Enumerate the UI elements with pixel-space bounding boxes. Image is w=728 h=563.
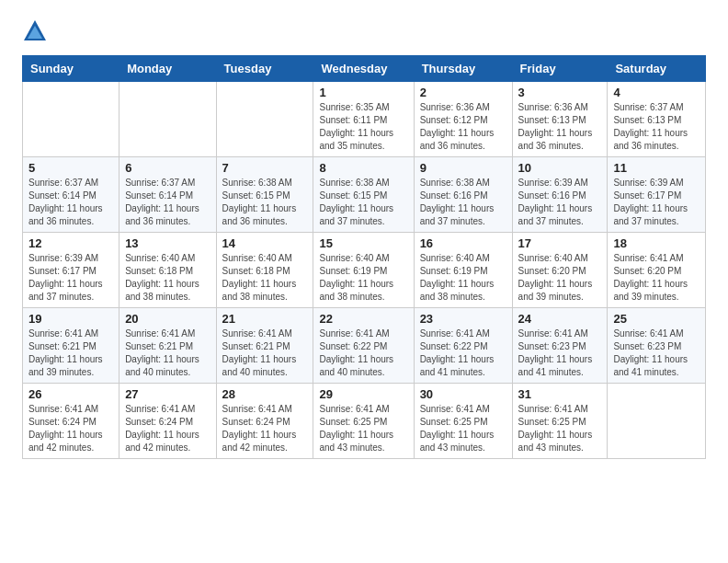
day-number: 9 (420, 161, 506, 175)
week-row-5: 26Sunrise: 6:41 AM Sunset: 6:24 PM Dayli… (23, 384, 706, 459)
day-number: 30 (420, 387, 506, 401)
day-cell-11: 11Sunrise: 6:39 AM Sunset: 6:17 PM Dayli… (608, 157, 706, 233)
day-number: 21 (222, 312, 308, 326)
day-info: Sunrise: 6:41 AM Sunset: 6:20 PM Dayligh… (613, 252, 700, 304)
day-number: 22 (319, 312, 407, 326)
day-number: 1 (319, 86, 407, 99)
day-number: 13 (125, 236, 210, 250)
day-info: Sunrise: 6:39 AM Sunset: 6:17 PM Dayligh… (613, 177, 700, 228)
weekday-header-friday: Friday (512, 56, 608, 82)
day-cell-25: 25Sunrise: 6:41 AM Sunset: 6:23 PM Dayli… (608, 308, 706, 384)
day-cell-14: 14Sunrise: 6:40 AM Sunset: 6:18 PM Dayli… (216, 233, 313, 308)
day-info: Sunrise: 6:41 AM Sunset: 6:24 PM Dayligh… (222, 403, 308, 454)
day-info: Sunrise: 6:36 AM Sunset: 6:13 PM Dayligh… (518, 101, 602, 153)
day-info: Sunrise: 6:38 AM Sunset: 6:15 PM Dayligh… (222, 177, 308, 228)
day-number: 23 (420, 312, 506, 326)
day-cell-6: 6Sunrise: 6:37 AM Sunset: 6:14 PM Daylig… (119, 157, 216, 233)
day-number: 10 (518, 161, 602, 175)
day-info: Sunrise: 6:36 AM Sunset: 6:12 PM Dayligh… (420, 101, 506, 153)
day-number: 28 (222, 387, 308, 401)
day-cell-30: 30Sunrise: 6:41 AM Sunset: 6:25 PM Dayli… (414, 384, 512, 459)
day-cell-3: 3Sunrise: 6:36 AM Sunset: 6:13 PM Daylig… (512, 82, 608, 157)
day-info: Sunrise: 6:41 AM Sunset: 6:21 PM Dayligh… (125, 327, 210, 379)
day-info: Sunrise: 6:38 AM Sunset: 6:16 PM Dayligh… (420, 177, 506, 228)
day-cell-20: 20Sunrise: 6:41 AM Sunset: 6:21 PM Dayli… (119, 308, 216, 384)
day-cell-2: 2Sunrise: 6:36 AM Sunset: 6:12 PM Daylig… (414, 82, 512, 157)
day-number: 8 (319, 161, 407, 175)
day-info: Sunrise: 6:41 AM Sunset: 6:21 PM Dayligh… (28, 327, 113, 379)
week-row-2: 5Sunrise: 6:37 AM Sunset: 6:14 PM Daylig… (23, 157, 706, 233)
day-info: Sunrise: 6:41 AM Sunset: 6:24 PM Dayligh… (28, 403, 113, 454)
day-cell-16: 16Sunrise: 6:40 AM Sunset: 6:19 PM Dayli… (414, 233, 512, 308)
day-cell-15: 15Sunrise: 6:40 AM Sunset: 6:19 PM Dayli… (313, 233, 414, 308)
day-info: Sunrise: 6:37 AM Sunset: 6:13 PM Dayligh… (613, 101, 700, 153)
week-row-1: 1Sunrise: 6:35 AM Sunset: 6:11 PM Daylig… (23, 82, 706, 157)
day-number: 3 (518, 86, 602, 99)
day-cell-8: 8Sunrise: 6:38 AM Sunset: 6:15 PM Daylig… (313, 157, 414, 233)
weekday-header-tuesday: Tuesday (216, 56, 313, 82)
day-cell-10: 10Sunrise: 6:39 AM Sunset: 6:16 PM Dayli… (512, 157, 608, 233)
day-cell-19: 19Sunrise: 6:41 AM Sunset: 6:21 PM Dayli… (23, 308, 119, 384)
day-number: 11 (613, 161, 700, 175)
day-cell-4: 4Sunrise: 6:37 AM Sunset: 6:13 PM Daylig… (608, 82, 706, 157)
day-number: 5 (28, 161, 113, 175)
day-number: 4 (613, 86, 700, 99)
day-number: 19 (28, 312, 113, 326)
day-number: 12 (28, 236, 113, 250)
day-cell-9: 9Sunrise: 6:38 AM Sunset: 6:16 PM Daylig… (414, 157, 512, 233)
day-info: Sunrise: 6:41 AM Sunset: 6:24 PM Dayligh… (125, 403, 210, 454)
day-number: 24 (518, 312, 602, 326)
day-cell-24: 24Sunrise: 6:41 AM Sunset: 6:23 PM Dayli… (512, 308, 608, 384)
day-number: 14 (222, 236, 308, 250)
header (22, 18, 706, 44)
day-cell-27: 27Sunrise: 6:41 AM Sunset: 6:24 PM Dayli… (119, 384, 216, 459)
weekday-header-sunday: Sunday (23, 56, 119, 82)
empty-cell (119, 82, 216, 157)
day-info: Sunrise: 6:41 AM Sunset: 6:21 PM Dayligh… (222, 327, 308, 379)
weekday-header-thursday: Thursday (414, 56, 512, 82)
calendar: SundayMondayTuesdayWednesdayThursdayFrid… (22, 55, 706, 459)
day-number: 27 (125, 387, 210, 401)
day-info: Sunrise: 6:40 AM Sunset: 6:20 PM Dayligh… (518, 252, 602, 304)
day-info: Sunrise: 6:41 AM Sunset: 6:22 PM Dayligh… (420, 327, 506, 379)
day-info: Sunrise: 6:40 AM Sunset: 6:19 PM Dayligh… (319, 252, 407, 304)
day-cell-29: 29Sunrise: 6:41 AM Sunset: 6:25 PM Dayli… (313, 384, 414, 459)
day-info: Sunrise: 6:38 AM Sunset: 6:15 PM Dayligh… (319, 177, 407, 228)
day-cell-5: 5Sunrise: 6:37 AM Sunset: 6:14 PM Daylig… (23, 157, 119, 233)
weekday-header-monday: Monday (119, 56, 216, 82)
day-number: 15 (319, 236, 407, 250)
day-info: Sunrise: 6:37 AM Sunset: 6:14 PM Dayligh… (125, 177, 210, 228)
weekday-header-wednesday: Wednesday (313, 56, 414, 82)
day-number: 17 (518, 236, 602, 250)
day-cell-28: 28Sunrise: 6:41 AM Sunset: 6:24 PM Dayli… (216, 384, 313, 459)
day-number: 29 (319, 387, 407, 401)
day-cell-12: 12Sunrise: 6:39 AM Sunset: 6:17 PM Dayli… (23, 233, 119, 308)
empty-cell (216, 82, 313, 157)
day-cell-7: 7Sunrise: 6:38 AM Sunset: 6:15 PM Daylig… (216, 157, 313, 233)
day-info: Sunrise: 6:37 AM Sunset: 6:14 PM Dayligh… (28, 177, 113, 228)
day-cell-18: 18Sunrise: 6:41 AM Sunset: 6:20 PM Dayli… (608, 233, 706, 308)
day-cell-26: 26Sunrise: 6:41 AM Sunset: 6:24 PM Dayli… (23, 384, 119, 459)
day-number: 6 (125, 161, 210, 175)
day-cell-21: 21Sunrise: 6:41 AM Sunset: 6:21 PM Dayli… (216, 308, 313, 384)
week-row-4: 19Sunrise: 6:41 AM Sunset: 6:21 PM Dayli… (23, 308, 706, 384)
day-number: 7 (222, 161, 308, 175)
day-info: Sunrise: 6:40 AM Sunset: 6:19 PM Dayligh… (420, 252, 506, 304)
day-info: Sunrise: 6:41 AM Sunset: 6:23 PM Dayligh… (613, 327, 700, 379)
empty-cell (23, 82, 119, 157)
day-number: 20 (125, 312, 210, 326)
day-cell-17: 17Sunrise: 6:40 AM Sunset: 6:20 PM Dayli… (512, 233, 608, 308)
day-info: Sunrise: 6:40 AM Sunset: 6:18 PM Dayligh… (222, 252, 308, 304)
day-number: 2 (420, 86, 506, 99)
day-info: Sunrise: 6:41 AM Sunset: 6:25 PM Dayligh… (420, 403, 506, 454)
day-cell-13: 13Sunrise: 6:40 AM Sunset: 6:18 PM Dayli… (119, 233, 216, 308)
day-info: Sunrise: 6:39 AM Sunset: 6:16 PM Dayligh… (518, 177, 602, 228)
day-info: Sunrise: 6:41 AM Sunset: 6:22 PM Dayligh… (319, 327, 407, 379)
day-info: Sunrise: 6:41 AM Sunset: 6:25 PM Dayligh… (319, 403, 407, 454)
day-cell-22: 22Sunrise: 6:41 AM Sunset: 6:22 PM Dayli… (313, 308, 414, 384)
day-number: 16 (420, 236, 506, 250)
day-info: Sunrise: 6:41 AM Sunset: 6:23 PM Dayligh… (518, 327, 602, 379)
page: SundayMondayTuesdayWednesdayThursdayFrid… (0, 0, 728, 474)
day-info: Sunrise: 6:39 AM Sunset: 6:17 PM Dayligh… (28, 252, 113, 304)
day-number: 31 (518, 387, 602, 401)
